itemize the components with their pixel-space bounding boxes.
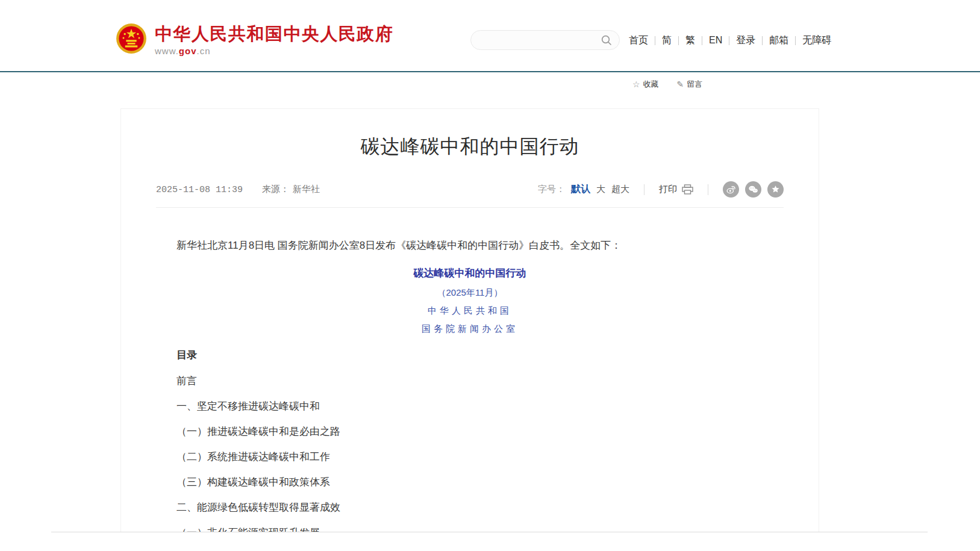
star-share-icon[interactable] <box>767 181 784 198</box>
toc-item-1: 一、坚定不移推进碳达峰碳中和 <box>156 400 784 412</box>
comment-label: 留言 <box>687 79 702 90</box>
nav-mail[interactable]: 邮箱 <box>763 34 795 47</box>
document-issuer-1: 中华人民共和国 <box>156 305 784 316</box>
article-meta-right: 字号： 默认 大 超大 打印 <box>538 181 784 198</box>
nav-english[interactable]: EN <box>702 35 729 46</box>
document-issuer-2: 国务院新闻办公室 <box>156 323 784 334</box>
share-icons <box>723 181 784 198</box>
article-card: 碳达峰碳中和的中国行动 2025-11-08 11:39 来源： 新华社 字号：… <box>120 108 819 551</box>
nav-home[interactable]: 首页 <box>629 34 655 47</box>
site-header: 中华人民共和国中央人民政府 www.gov.cn 首页 简 繁 EN 登录 <box>0 0 980 71</box>
print-label: 打印 <box>659 184 677 195</box>
site-logo[interactable]: 中华人民共和国中央人民政府 www.gov.cn <box>116 23 394 56</box>
meta-divider <box>644 184 644 195</box>
star-icon: ☆ <box>632 79 640 89</box>
toc-item-1-2: （二）系统推进碳达峰碳中和工作 <box>156 451 784 463</box>
article-body: 新华社北京11月8日电 国务院新闻办公室8日发布《碳达峰碳中和的中国行动》白皮书… <box>156 239 784 539</box>
toc-item-1-1: （一）推进碳达峰碳中和是必由之路 <box>156 426 784 438</box>
favorite-label: 收藏 <box>643 79 659 90</box>
site-url-suffix: .cn <box>197 46 211 56</box>
comment-button[interactable]: ✎ 留言 <box>677 79 703 90</box>
article-title: 碳达峰碳中和的中国行动 <box>156 133 784 160</box>
article-intro: 新华社北京11月8日电 国务院新闻办公室8日发布《碳达峰碳中和的中国行动》白皮书… <box>156 239 784 252</box>
document-date: （2025年11月） <box>156 287 784 298</box>
document-title: 碳达峰碳中和的中国行动 <box>156 267 784 280</box>
site-url: www.gov.cn <box>155 46 394 56</box>
print-button[interactable]: 打印 <box>659 184 693 195</box>
printer-icon <box>682 184 693 195</box>
nav-simplified[interactable]: 简 <box>655 34 678 47</box>
national-emblem-icon <box>116 23 147 54</box>
toc-item-2: 二、能源绿色低碳转型取得显著成效 <box>156 502 784 514</box>
source-label: 来源： <box>262 184 289 195</box>
search-input[interactable] <box>481 36 600 45</box>
footer-divider-area <box>0 532 980 551</box>
site-url-prefix: www. <box>155 46 179 56</box>
nav-login[interactable]: 登录 <box>729 34 762 47</box>
toc-item-preface: 前言 <box>156 375 784 387</box>
article-meta-left: 2025-11-08 11:39 来源： 新华社 <box>156 184 320 195</box>
font-size-large-button[interactable]: 大 <box>596 184 605 195</box>
site-title: 中华人民共和国中央人民政府 <box>155 23 394 45</box>
font-size-default-button[interactable]: 默认 <box>571 183 590 196</box>
font-size-xlarge-button[interactable]: 超大 <box>611 184 629 195</box>
nav-traditional[interactable]: 繁 <box>679 34 702 47</box>
nav-accessibility[interactable]: 无障碍 <box>796 34 838 47</box>
article-meta-bar: 2025-11-08 11:39 来源： 新华社 字号： 默认 大 超大 打印 <box>156 181 784 208</box>
toc-item-1-3: （三）构建碳达峰碳中和政策体系 <box>156 476 784 488</box>
font-size-label: 字号： <box>538 184 565 195</box>
site-url-gov: gov <box>179 46 197 56</box>
search-box[interactable] <box>470 30 620 50</box>
pencil-icon: ✎ <box>677 79 684 89</box>
footer-divider <box>51 532 928 532</box>
meta-divider <box>708 184 708 195</box>
page: 中华人民共和国中央人民政府 www.gov.cn 首页 简 繁 EN 登录 <box>0 0 980 551</box>
page-tools: ☆ 收藏 ✎ 留言 <box>632 79 702 90</box>
publish-time: 2025-11-08 11:39 <box>156 185 243 195</box>
favorite-button[interactable]: ☆ 收藏 <box>632 79 659 90</box>
header-nav: 首页 简 繁 EN 登录 邮箱 无障碍 <box>629 34 838 47</box>
source-value: 新华社 <box>293 184 320 195</box>
wechat-icon[interactable] <box>745 181 761 198</box>
header-divider <box>0 71 980 72</box>
search-icon[interactable] <box>600 34 613 47</box>
toc-heading: 目录 <box>156 349 784 362</box>
weibo-icon[interactable] <box>723 181 739 198</box>
site-identity: 中华人民共和国中央人民政府 www.gov.cn <box>155 23 394 56</box>
